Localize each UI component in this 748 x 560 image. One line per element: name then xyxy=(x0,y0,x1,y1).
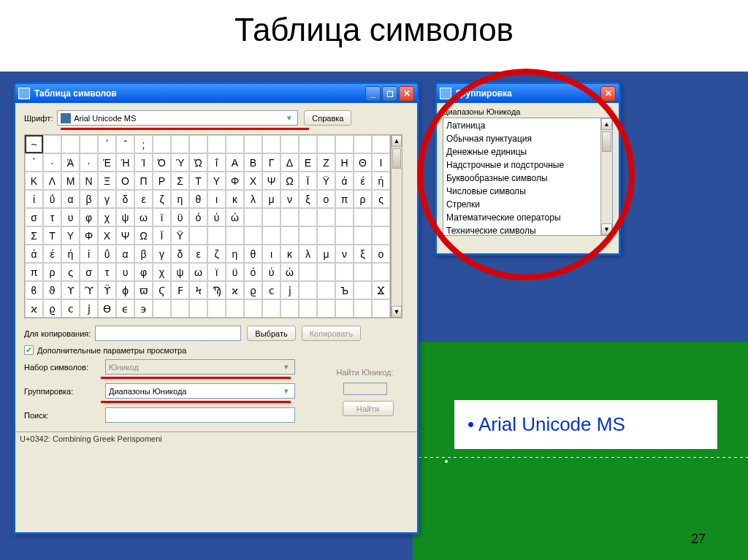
font-dropdown[interactable]: Arial Unicode MS ▾ xyxy=(57,110,298,126)
char-cell[interactable]: Α xyxy=(226,153,244,172)
char-cell[interactable]: ώ xyxy=(226,208,244,226)
char-cell[interactable]: έ xyxy=(43,245,61,263)
char-cell[interactable]: ϶ xyxy=(134,299,153,318)
char-cell[interactable] xyxy=(372,263,390,281)
char-cell[interactable]: Σ xyxy=(171,172,189,190)
char-cell[interactable]: Ъ xyxy=(335,281,354,299)
char-cell[interactable] xyxy=(317,135,335,153)
char-cell[interactable]: ώ xyxy=(280,263,299,281)
char-cell[interactable]: Ί xyxy=(134,153,153,172)
char-cell[interactable]: ς xyxy=(372,190,390,208)
char-cell[interactable]: Ϋ xyxy=(317,172,335,190)
char-cell[interactable]: ϊ xyxy=(207,263,226,281)
char-cell[interactable] xyxy=(244,226,262,245)
char-cell[interactable]: Β xyxy=(244,153,262,172)
char-cell[interactable]: Ψ xyxy=(116,226,134,245)
grouping-titlebar[interactable]: Группировка ✕ xyxy=(437,84,619,103)
char-cell[interactable] xyxy=(299,299,317,318)
scroll-thumb[interactable] xyxy=(392,148,401,169)
char-cell[interactable]: ο xyxy=(372,245,390,263)
char-cell[interactable] xyxy=(299,226,317,245)
char-cell[interactable] xyxy=(354,299,372,318)
char-cell[interactable]: Ε xyxy=(299,153,317,172)
char-cell[interactable]: β xyxy=(134,245,153,263)
char-cell[interactable] xyxy=(317,208,335,226)
char-cell[interactable] xyxy=(171,135,189,153)
char-cell[interactable]: ή xyxy=(61,245,80,263)
char-cell[interactable] xyxy=(171,299,189,318)
char-cell[interactable]: Μ xyxy=(61,172,80,190)
char-cell[interactable]: ΐ xyxy=(207,153,226,172)
char-cell[interactable] xyxy=(189,226,207,245)
char-cell[interactable]: Ρ xyxy=(153,172,171,190)
char-cell[interactable]: ά xyxy=(335,172,354,190)
char-cell[interactable]: ή xyxy=(372,172,390,190)
char-cell[interactable]: ϳ xyxy=(80,299,98,318)
char-cell[interactable]: ϴ xyxy=(98,299,116,318)
char-cell[interactable] xyxy=(299,208,317,226)
char-cell[interactable]: υ xyxy=(61,208,80,226)
char-cell[interactable]: κ xyxy=(280,245,299,263)
char-cell[interactable]: ύ xyxy=(262,263,280,281)
char-cell[interactable] xyxy=(335,226,354,245)
char-cell[interactable] xyxy=(207,135,226,153)
char-cell[interactable]: Ϫ xyxy=(372,281,390,299)
char-cell[interactable]: ρ xyxy=(43,263,61,281)
char-cell[interactable] xyxy=(262,299,280,318)
char-cell[interactable]: ν xyxy=(280,190,299,208)
grid-scrollbar[interactable]: ▲ ▼ xyxy=(391,134,402,318)
char-cell[interactable]: Ο xyxy=(116,172,134,190)
char-cell[interactable]: ψ xyxy=(171,263,189,281)
char-cell[interactable]: ϰ xyxy=(25,299,43,318)
search-field[interactable] xyxy=(105,407,295,423)
charset-dropdown[interactable]: Юникод ▾ xyxy=(105,359,295,375)
list-item[interactable]: Денежные единицы xyxy=(443,145,612,158)
char-cell[interactable] xyxy=(244,299,262,318)
char-cell[interactable]: Ω xyxy=(280,172,299,190)
char-cell[interactable]: ϐ xyxy=(25,281,43,299)
find-button[interactable]: Найти xyxy=(343,401,394,416)
char-cell[interactable] xyxy=(335,208,354,226)
char-cell[interactable]: γ xyxy=(153,245,171,263)
char-cell[interactable]: η xyxy=(226,245,244,263)
char-cell[interactable]: α xyxy=(116,245,134,263)
char-cell[interactable]: ζ xyxy=(207,245,226,263)
help-button[interactable]: Справка xyxy=(304,110,351,126)
char-cell[interactable]: Η xyxy=(335,153,354,172)
char-cell[interactable]: ά xyxy=(25,245,43,263)
char-cell[interactable]: Ω xyxy=(134,226,153,245)
char-cell[interactable] xyxy=(280,208,299,226)
char-cell[interactable] xyxy=(207,299,226,318)
char-cell[interactable] xyxy=(61,135,80,153)
char-cell[interactable]: μ xyxy=(317,245,335,263)
char-cell[interactable]: Ώ xyxy=(189,153,207,172)
char-cell[interactable] xyxy=(226,226,244,245)
char-cell[interactable]: Ϊ xyxy=(299,172,317,190)
char-cell[interactable]: Ϋ xyxy=(171,226,189,245)
char-cell[interactable]: Ά xyxy=(61,153,80,172)
char-cell[interactable]: ϑ xyxy=(43,281,61,299)
char-cell[interactable] xyxy=(244,208,262,226)
scroll-up-button[interactable]: ▲ xyxy=(601,118,612,130)
char-cell[interactable]: Χ xyxy=(98,226,116,245)
character-grid[interactable]: ~ ΄΅; ΄·Ά·ΈΉΊΌΎΏΐΑΒΓΔΕΖΗΘΙΚΛΜΝΞΟΠΡΣΤΥΦΧΨ… xyxy=(24,134,391,318)
list-item[interactable]: Математические операторы xyxy=(443,211,612,224)
char-cell[interactable]: ϊ xyxy=(153,208,171,226)
char-cell[interactable] xyxy=(226,135,244,153)
char-cell[interactable] xyxy=(244,135,262,153)
grouping-dropdown[interactable]: Диапазоны Юникода ▾ xyxy=(105,383,295,399)
char-cell[interactable] xyxy=(262,208,280,226)
char-cell[interactable] xyxy=(226,299,244,318)
char-cell[interactable]: ϲ xyxy=(262,281,280,299)
char-cell[interactable] xyxy=(317,263,335,281)
advanced-checkbox[interactable]: ✓ xyxy=(24,345,34,355)
char-cell[interactable]: · xyxy=(43,153,61,172)
char-cell[interactable]: Δ xyxy=(280,153,299,172)
char-cell[interactable]: Ϊ xyxy=(153,226,171,245)
char-cell[interactable]: Ύ xyxy=(171,153,189,172)
close-button[interactable]: ✕ xyxy=(600,86,616,101)
char-cell[interactable]: Φ xyxy=(226,172,244,190)
char-cell[interactable]: Ή xyxy=(116,153,134,172)
char-cell[interactable]: φ xyxy=(134,263,153,281)
char-cell[interactable] xyxy=(262,135,280,153)
